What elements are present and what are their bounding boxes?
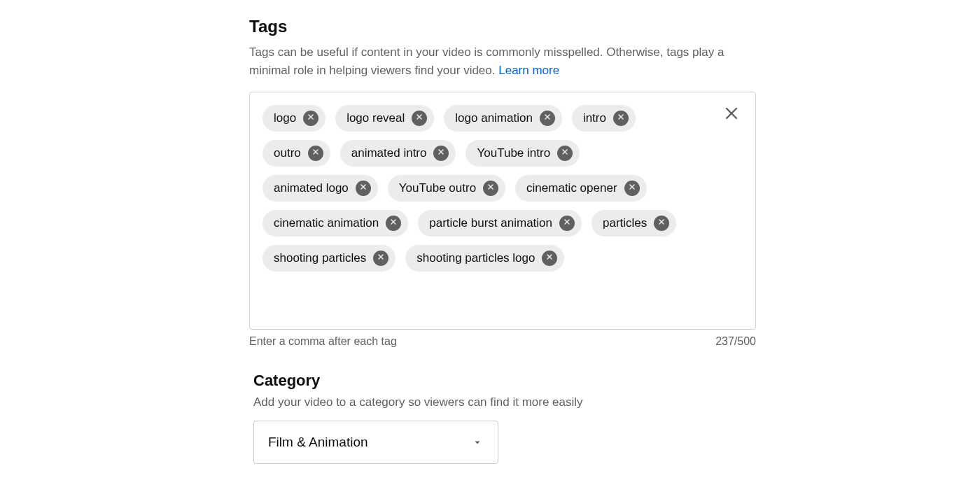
- close-icon: [628, 183, 636, 193]
- tag-chip-label: shooting particles logo: [416, 252, 535, 264]
- category-title: Category: [253, 372, 756, 390]
- remove-tag-button[interactable]: [386, 216, 401, 231]
- tag-chip: shooting particles: [262, 245, 396, 272]
- tag-chip-label: logo animation: [455, 112, 533, 124]
- tag-chip-label: particles: [603, 217, 647, 229]
- remove-tag-button[interactable]: [542, 251, 557, 266]
- remove-tag-button[interactable]: [412, 111, 427, 126]
- tag-chip-label: particle burst animation: [429, 217, 552, 229]
- tag-chip-label: cinematic opener: [526, 182, 617, 194]
- close-icon: [389, 218, 398, 228]
- remove-tag-button[interactable]: [654, 216, 669, 231]
- close-icon: [415, 113, 424, 123]
- remove-tag-button[interactable]: [373, 251, 388, 266]
- tag-chip-row: logologo reveallogo animationintrooutroa…: [262, 105, 690, 272]
- tag-chip: YouTube intro: [465, 140, 580, 167]
- tag-chip-label: cinematic animation: [274, 217, 379, 229]
- tag-chip: animated intro: [340, 140, 456, 167]
- close-icon: [617, 113, 625, 123]
- tag-chip-label: YouTube outro: [399, 182, 476, 194]
- tags-description-text: Tags can be useful if content in your vi…: [249, 45, 724, 77]
- tag-chip: particle burst animation: [418, 210, 582, 237]
- close-icon: [377, 253, 385, 263]
- tags-helper-text: Enter a comma after each tag: [249, 335, 397, 348]
- learn-more-link[interactable]: Learn more: [498, 64, 559, 77]
- remove-tag-button[interactable]: [433, 146, 449, 161]
- close-icon: [312, 148, 320, 158]
- tag-chip: logo reveal: [335, 105, 434, 132]
- remove-tag-button[interactable]: [613, 111, 629, 126]
- category-section: Category Add your video to a category so…: [249, 372, 756, 464]
- tags-helper-row: Enter a comma after each tag 237/500: [249, 335, 756, 348]
- close-icon: [563, 218, 571, 228]
- tag-chip-label: shooting particles: [274, 252, 366, 264]
- tag-chip: cinematic animation: [262, 210, 408, 237]
- remove-tag-button[interactable]: [303, 111, 318, 126]
- remove-tag-button[interactable]: [483, 181, 498, 196]
- tag-chip: animated logo: [262, 175, 378, 202]
- chevron-down-icon: [471, 436, 484, 449]
- tags-char-counter: 237/500: [715, 335, 756, 348]
- tags-section: Tags Tags can be useful if content in yo…: [249, 17, 756, 348]
- remove-tag-button[interactable]: [559, 216, 575, 231]
- tag-chip-label: animated logo: [274, 182, 349, 194]
- tag-chip-label: YouTube intro: [477, 147, 550, 159]
- tag-chip: particles: [592, 210, 676, 237]
- close-icon: [359, 183, 368, 193]
- remove-tag-button[interactable]: [356, 181, 371, 196]
- tag-chip: logo: [262, 105, 326, 132]
- category-selected-value: Film & Animation: [268, 435, 368, 450]
- clear-all-tags-button[interactable]: [719, 102, 744, 127]
- category-description: Add your video to a category so viewers …: [253, 395, 756, 409]
- remove-tag-button[interactable]: [624, 181, 640, 196]
- tag-chip: logo animation: [444, 105, 562, 132]
- tags-description: Tags can be useful if content in your vi…: [249, 43, 756, 80]
- tag-chip-label: outro: [274, 147, 301, 159]
- tags-input-box[interactable]: logologo reveallogo animationintrooutroa…: [249, 92, 756, 330]
- close-icon: [545, 253, 554, 263]
- tag-chip: intro: [572, 105, 636, 132]
- tag-chip: shooting particles logo: [405, 245, 564, 272]
- tag-chip: cinematic opener: [515, 175, 646, 202]
- close-icon: [543, 113, 552, 123]
- category-dropdown[interactable]: Film & Animation: [253, 421, 498, 464]
- close-icon: [307, 113, 315, 123]
- close-icon: [723, 105, 740, 124]
- remove-tag-button[interactable]: [308, 146, 323, 161]
- close-icon: [561, 148, 569, 158]
- close-icon: [437, 148, 445, 158]
- remove-tag-button[interactable]: [557, 146, 573, 161]
- tag-chip-label: logo reveal: [346, 112, 405, 124]
- tags-title: Tags: [249, 17, 756, 36]
- close-icon: [486, 183, 495, 193]
- tag-chip: outro: [262, 140, 330, 167]
- tag-chip: YouTube outro: [388, 175, 505, 202]
- tag-chip-label: animated intro: [351, 147, 427, 159]
- close-icon: [657, 218, 666, 228]
- tag-chip-label: logo: [274, 112, 296, 124]
- remove-tag-button[interactable]: [540, 111, 555, 126]
- tag-chip-label: intro: [583, 112, 606, 124]
